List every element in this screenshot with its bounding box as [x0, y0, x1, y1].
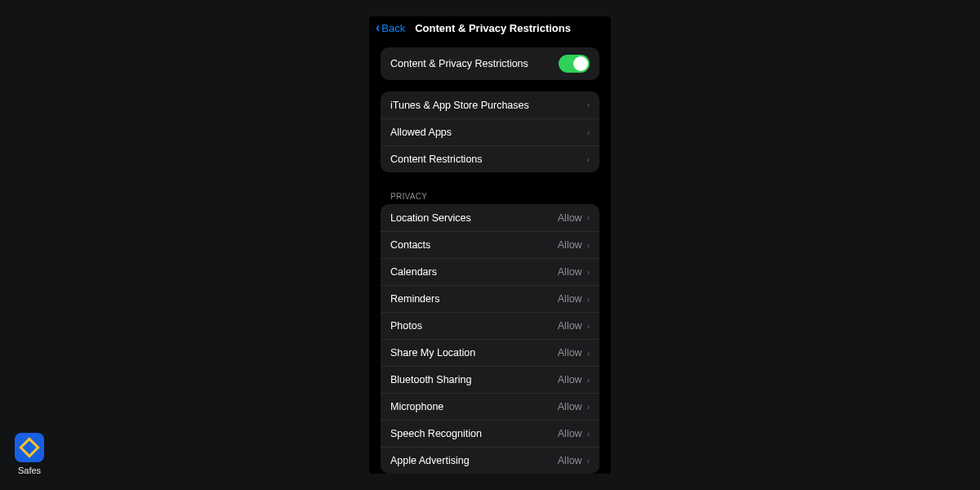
- row-value: Allow: [558, 347, 582, 359]
- safes-logo-container: Safes: [15, 433, 44, 475]
- row-label: Photos: [390, 320, 422, 332]
- row-value: Allow: [558, 428, 582, 439]
- content-restrictions-row[interactable]: Content Restrictions ›: [381, 145, 599, 172]
- safes-logo-icon: [15, 433, 44, 462]
- chevron-right-icon: ›: [587, 376, 590, 385]
- diamond-icon: [19, 437, 39, 457]
- back-button[interactable]: ‹ Back: [376, 20, 405, 35]
- row-value: Allow: [558, 239, 582, 251]
- row-label: Contacts: [390, 239, 430, 251]
- toggle-knob: [573, 56, 588, 71]
- row-value: Allow: [558, 212, 582, 224]
- row-label: Calendars: [390, 266, 437, 278]
- chevron-right-icon: ›: [587, 322, 590, 331]
- row-value: Allow: [558, 293, 582, 305]
- chevron-left-icon: ‹: [376, 20, 380, 35]
- safes-logo-text: Safes: [18, 466, 41, 475]
- back-label: Back: [381, 22, 405, 34]
- row-value: Allow: [558, 266, 582, 278]
- settings-content: Content & Privacy Restrictions iTunes & …: [369, 47, 611, 474]
- navigation-header: ‹ Back Content & Privacy Restrictions: [369, 16, 611, 39]
- photos-row[interactable]: Photos Allow ›: [381, 312, 599, 339]
- share-my-location-row[interactable]: Share My Location Allow ›: [381, 339, 599, 366]
- toggle-section: Content & Privacy Restrictions: [381, 47, 599, 80]
- chevron-right-icon: ›: [587, 268, 590, 277]
- row-label: Content & Privacy Restrictions: [390, 58, 528, 69]
- chevron-right-icon: ›: [587, 457, 590, 466]
- allowed-apps-row[interactable]: Allowed Apps ›: [381, 118, 599, 145]
- row-label: Reminders: [390, 293, 439, 305]
- bluetooth-sharing-row[interactable]: Bluetooth Sharing Allow ›: [381, 366, 599, 393]
- row-label: Apple Advertising: [390, 455, 470, 466]
- chevron-right-icon: ›: [587, 403, 590, 412]
- chevron-right-icon: ›: [587, 213, 590, 222]
- content-privacy-toggle[interactable]: [559, 55, 590, 73]
- row-label: Allowed Apps: [390, 127, 452, 138]
- row-label: Share My Location: [390, 347, 475, 359]
- row-value: Allow: [558, 401, 582, 412]
- chevron-right-icon: ›: [587, 100, 590, 109]
- row-value: Allow: [558, 374, 582, 385]
- microphone-row[interactable]: Microphone Allow ›: [381, 393, 599, 420]
- content-privacy-toggle-row[interactable]: Content & Privacy Restrictions: [381, 47, 599, 80]
- row-label: Content Restrictions: [390, 154, 483, 165]
- row-value: Allow: [558, 320, 582, 332]
- apple-advertising-row[interactable]: Apple Advertising Allow ›: [381, 447, 599, 474]
- speech-recognition-row[interactable]: Speech Recognition Allow ›: [381, 420, 599, 447]
- location-services-row[interactable]: Location Services Allow ›: [381, 204, 599, 231]
- page-title: Content & Privacy Restrictions: [415, 22, 571, 34]
- contacts-row[interactable]: Contacts Allow ›: [381, 231, 599, 258]
- privacy-section: Location Services Allow › Contacts Allow…: [381, 204, 599, 474]
- phone-settings-screen: ‹ Back Content & Privacy Restrictions Co…: [369, 16, 611, 474]
- reminders-row[interactable]: Reminders Allow ›: [381, 285, 599, 312]
- calendars-row[interactable]: Calendars Allow ›: [381, 258, 599, 285]
- row-label: Speech Recognition: [390, 428, 482, 439]
- nav-section: iTunes & App Store Purchases › Allowed A…: [381, 91, 599, 172]
- row-label: iTunes & App Store Purchases: [390, 100, 529, 111]
- row-label: Bluetooth Sharing: [390, 374, 471, 385]
- chevron-right-icon: ›: [587, 128, 590, 137]
- row-label: Microphone: [390, 401, 443, 412]
- itunes-purchases-row[interactable]: iTunes & App Store Purchases ›: [381, 91, 599, 118]
- row-value: Allow: [558, 455, 582, 466]
- privacy-section-header: PRIVACY: [390, 192, 599, 201]
- row-label: Location Services: [390, 212, 471, 224]
- chevron-right-icon: ›: [587, 241, 590, 250]
- chevron-right-icon: ›: [587, 430, 590, 439]
- chevron-right-icon: ›: [587, 295, 590, 304]
- chevron-right-icon: ›: [587, 349, 590, 358]
- chevron-right-icon: ›: [587, 155, 590, 164]
